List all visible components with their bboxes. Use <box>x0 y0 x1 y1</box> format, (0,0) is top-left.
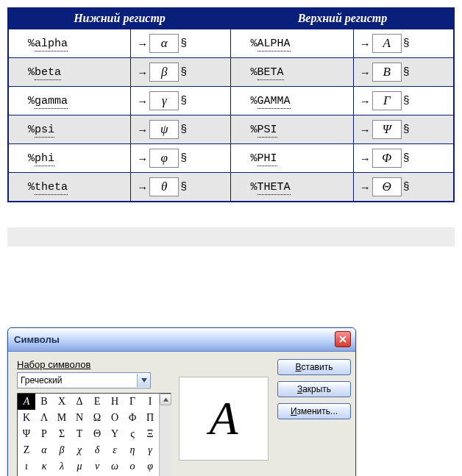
upper-symbol: B <box>372 63 402 82</box>
arrow-icon: → <box>137 38 148 50</box>
character-cell[interactable]: E <box>88 394 106 410</box>
character-cell[interactable]: ν <box>88 458 106 475</box>
character-cell[interactable]: κ <box>35 458 53 475</box>
character-cell[interactable]: η <box>124 442 141 458</box>
character-cell[interactable]: H <box>106 394 124 410</box>
section-mark: § <box>180 181 187 193</box>
upper-code-cell: %GAMMA <box>231 87 353 116</box>
character-cell[interactable]: β <box>53 442 71 458</box>
character-cell[interactable]: X <box>53 394 71 410</box>
character-cell[interactable]: ω <box>106 458 124 475</box>
character-cell[interactable]: Φ <box>124 410 141 426</box>
character-cell[interactable]: γ <box>141 442 159 458</box>
page-section-gap <box>7 227 455 246</box>
chevron-up-icon <box>163 397 168 402</box>
arrow-icon: → <box>137 152 148 165</box>
symbols-dialog: Символы Набор символов Греческий ABXΔEHΓ… <box>7 327 356 476</box>
character-cell[interactable]: α <box>35 442 53 458</box>
character-cell[interactable]: o <box>124 458 141 475</box>
lower-code-cell: %beta <box>8 58 131 87</box>
close-button[interactable]: Закрыть <box>277 381 351 397</box>
character-cell[interactable]: Ξ <box>141 426 159 442</box>
upper-code-cell: %PSI <box>231 116 353 144</box>
subset-combobox-button[interactable] <box>137 374 150 387</box>
insert-button[interactable]: Вставить <box>277 359 351 375</box>
arrow-icon: → <box>360 66 371 79</box>
lower-symbol: ψ <box>149 120 179 139</box>
character-cell[interactable]: φ <box>141 458 159 475</box>
character-cell[interactable]: δ <box>88 442 106 458</box>
character-cell[interactable]: μ <box>71 458 88 475</box>
symbol-preview: A <box>179 377 269 461</box>
arrow-icon: → <box>137 95 148 107</box>
section-mark: § <box>180 124 187 136</box>
dialog-close-button[interactable] <box>335 331 351 347</box>
table-row: %gamma→γ§%GAMMA→Γ§ <box>8 87 454 116</box>
lower-output-cell: →γ§ <box>131 87 231 116</box>
upper-code-cell: %THETA <box>231 173 353 202</box>
section-mark: § <box>403 38 410 50</box>
character-cell[interactable]: N <box>71 410 88 426</box>
arrow-icon: → <box>360 95 371 107</box>
grid-scrollbar[interactable] <box>159 394 171 476</box>
upper-output-cell: →Ψ§ <box>353 116 454 144</box>
character-cell[interactable]: Θ <box>88 426 106 442</box>
subset-label: Набор символов <box>17 359 173 370</box>
section-mark: § <box>403 66 410 79</box>
section-mark: § <box>403 95 410 107</box>
lower-code-cell: %gamma <box>8 87 131 116</box>
character-cell[interactable]: ι <box>18 458 35 475</box>
section-mark: § <box>403 181 410 193</box>
lower-output-cell: →θ§ <box>131 173 231 202</box>
chevron-down-icon <box>141 378 147 383</box>
lower-symbol: γ <box>149 91 179 110</box>
character-cell[interactable]: λ <box>53 458 71 475</box>
character-cell[interactable]: ς <box>124 426 141 442</box>
character-cell[interactable]: ε <box>106 442 124 458</box>
character-cell[interactable]: Ψ <box>18 426 35 442</box>
lower-code-cell: %psi <box>8 116 131 144</box>
character-cell[interactable]: Λ <box>35 410 53 426</box>
character-cell[interactable]: P <box>35 426 53 442</box>
upper-symbol: Γ <box>372 91 402 110</box>
arrow-icon: → <box>360 152 371 165</box>
character-cell[interactable]: Z <box>18 442 35 458</box>
character-cell[interactable]: Σ <box>53 426 71 442</box>
character-cell[interactable]: Ω <box>88 410 106 426</box>
upper-output-cell: →Θ§ <box>353 173 454 202</box>
header-lower: Нижний регистр <box>8 8 231 29</box>
character-cell[interactable]: χ <box>71 442 88 458</box>
character-cell[interactable]: M <box>53 410 71 426</box>
section-mark: § <box>403 124 410 136</box>
scroll-up-button[interactable] <box>160 394 171 405</box>
edit-button[interactable]: Изменить... <box>277 403 351 419</box>
arrow-icon: → <box>137 181 148 193</box>
lower-symbol: θ <box>149 177 179 196</box>
dialog-titlebar: Символы <box>8 328 355 352</box>
lower-code-cell: %alpha <box>8 29 131 58</box>
character-cell[interactable]: Δ <box>71 394 88 410</box>
section-mark: § <box>180 66 187 79</box>
character-cell[interactable]: T <box>71 426 88 442</box>
lower-output-cell: →β§ <box>131 58 231 87</box>
character-cell[interactable]: K <box>18 410 35 426</box>
upper-code-cell: %BETA <box>231 58 353 87</box>
character-cell[interactable]: I <box>141 394 159 410</box>
table-row: %theta→θ§%THETA→Θ§ <box>8 173 454 202</box>
dialog-title: Символы <box>14 334 335 345</box>
upper-code-cell: %PHI <box>231 144 353 173</box>
character-cell[interactable]: B <box>35 394 53 410</box>
character-cell[interactable]: A <box>18 394 35 410</box>
table-row: %alpha→α§%ALPHA→A§ <box>8 29 454 58</box>
character-cell[interactable]: Π <box>141 410 159 426</box>
character-cell[interactable]: O <box>106 410 124 426</box>
table-row: %beta→β§%BETA→B§ <box>8 58 454 87</box>
section-mark: § <box>180 152 187 165</box>
character-cell[interactable]: Y <box>106 426 124 442</box>
upper-output-cell: →B§ <box>353 58 454 87</box>
upper-symbol: Θ <box>372 177 402 196</box>
greek-reference-table: Нижний регистр Верхний регистр %alpha→α§… <box>7 7 455 202</box>
character-cell[interactable]: Γ <box>124 394 141 410</box>
subset-combobox[interactable]: Греческий <box>17 372 151 388</box>
subset-value: Греческий <box>18 375 137 386</box>
